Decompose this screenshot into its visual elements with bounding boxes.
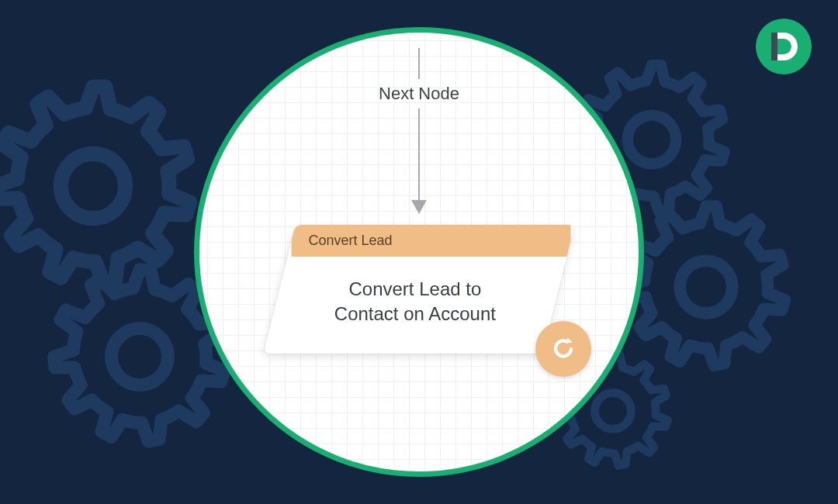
node-body: Convert Lead to Contact on Account xyxy=(275,257,555,354)
svg-point-0 xyxy=(61,154,125,218)
node-header: Convert Lead xyxy=(292,225,571,257)
connector-label: Next Node xyxy=(379,84,459,104)
refresh-icon[interactable] xyxy=(535,321,591,377)
svg-point-3 xyxy=(680,261,732,313)
svg-point-4 xyxy=(595,393,632,430)
svg-point-1 xyxy=(112,329,168,385)
flow-connector: Next Node xyxy=(379,48,459,214)
brand-logo xyxy=(756,19,812,74)
node-body-line: Contact on Account xyxy=(334,303,496,324)
flow-node[interactable]: Convert Lead Convert Lead to Contact on … xyxy=(279,225,559,354)
svg-point-2 xyxy=(628,116,676,164)
node-body-line: Convert Lead to xyxy=(348,278,481,299)
svg-rect-5 xyxy=(771,33,777,60)
flow-canvas-circle: Next Node Convert Lead Convert Lead to C… xyxy=(194,27,644,477)
arrow-down-icon xyxy=(411,200,427,214)
